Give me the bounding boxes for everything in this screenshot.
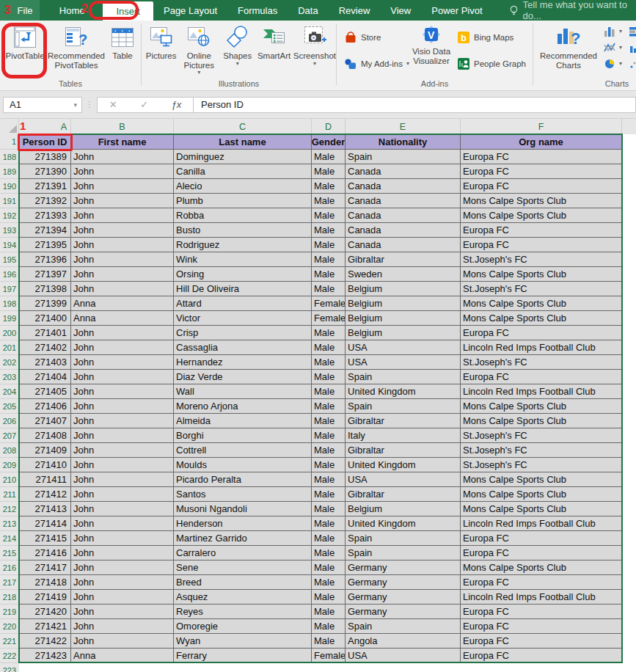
chevron-down-icon[interactable]: ▾ — [236, 61, 239, 67]
cell-last-name[interactable]: Asquez — [174, 590, 312, 605]
cell-person-id[interactable]: 271400 — [19, 311, 71, 326]
cell-person-id[interactable]: 271396 — [19, 252, 71, 267]
cell-nationality[interactable]: United Kingdom — [346, 516, 461, 531]
cell-org-name[interactable]: Mons Calpe Sports Club — [461, 267, 622, 282]
insert-combo-chart-button[interactable] — [629, 43, 636, 53]
cell-org-name[interactable]: Lincoln Red Imps Football Club — [461, 516, 622, 531]
cancel-icon[interactable]: ✕ — [109, 99, 117, 110]
row-header[interactable]: 206 — [0, 414, 19, 428]
insert-pie-chart-button[interactable]: ▾ — [604, 59, 622, 69]
row-header[interactable]: 188 — [0, 150, 19, 164]
cell-gender[interactable]: Male — [312, 590, 346, 605]
cell-first-name[interactable]: John — [71, 164, 174, 179]
cell-last-name[interactable]: Hernandez — [174, 355, 312, 370]
cell-nationality[interactable]: Belgium — [346, 502, 461, 516]
row-header[interactable]: 205 — [0, 399, 19, 414]
cell-org-name[interactable]: Europa FC — [461, 326, 622, 340]
select-all-corner[interactable] — [0, 119, 19, 134]
cell-gender[interactable]: Male — [312, 634, 346, 649]
cell-last-name[interactable]: Borghi — [174, 428, 312, 443]
cell-org-name[interactable]: St.Joseph's FC — [461, 252, 622, 267]
cell-last-name[interactable]: Plumb — [174, 194, 312, 208]
cell-last-name[interactable]: Wink — [174, 252, 312, 267]
cell-org-name[interactable]: Mons Calpe Sports Club — [461, 502, 622, 516]
cell-person-id[interactable]: 271393 — [19, 208, 71, 223]
cell-gender[interactable]: Male — [312, 560, 346, 575]
cell-nationality[interactable]: USA — [346, 472, 461, 487]
column-header-a[interactable]: A — [19, 119, 71, 134]
people-graph-button[interactable]: People Graph — [457, 57, 526, 70]
row-header-1[interactable]: 1 — [0, 134, 19, 150]
cell-first-name[interactable]: John — [71, 384, 174, 399]
cell-org-name[interactable]: St.Joseph's FC — [461, 282, 622, 296]
row-header[interactable]: 212 — [0, 502, 19, 516]
cell-gender[interactable]: Male — [312, 428, 346, 443]
cell-org-name[interactable]: Europa FC — [461, 531, 622, 546]
cell-first-name[interactable]: John — [71, 531, 174, 546]
header-cell-last-name[interactable]: Last name — [174, 134, 312, 150]
cell-last-name[interactable]: Wyan — [174, 634, 312, 649]
cell-last-name[interactable]: Carralero — [174, 546, 312, 560]
cell-nationality[interactable]: Belgium — [346, 282, 461, 296]
cell-nationality[interactable]: Germany — [346, 605, 461, 619]
row-header[interactable]: 217 — [0, 575, 19, 590]
cell-person-id[interactable]: 271395 — [19, 238, 71, 252]
cell-first-name[interactable]: John — [71, 546, 174, 560]
cell-person-id[interactable]: 271421 — [19, 619, 71, 634]
row-header[interactable]: 222 — [0, 649, 19, 663]
cell-gender[interactable]: Male — [312, 546, 346, 560]
cell-last-name[interactable]: Wall — [174, 384, 312, 399]
tab-home[interactable]: Home — [49, 0, 95, 21]
cell-last-name[interactable]: Hill De Oliveira — [174, 282, 312, 296]
cell-nationality[interactable]: Spain — [346, 619, 461, 634]
column-header-c[interactable]: C — [174, 119, 312, 134]
cell-org-name[interactable]: Europa FC — [461, 370, 622, 384]
cell-nationality[interactable]: Canada — [346, 179, 461, 194]
cell-org-name[interactable]: St.Joseph's FC — [461, 355, 622, 370]
cell-first-name[interactable]: John — [71, 575, 174, 590]
cell-nationality[interactable]: United Kingdom — [346, 458, 461, 472]
cell-nationality[interactable]: USA — [346, 649, 461, 663]
cell-gender[interactable]: Male — [312, 399, 346, 414]
cell-first-name[interactable]: John — [71, 150, 174, 164]
insert-scatter-chart-button[interactable] — [629, 59, 636, 69]
cell-person-id[interactable]: 271394 — [19, 223, 71, 238]
cell-last-name[interactable]: Breed — [174, 575, 312, 590]
row-header[interactable]: 195 — [0, 252, 19, 267]
cell-gender[interactable]: Male — [312, 340, 346, 355]
cell-first-name[interactable]: John — [71, 443, 174, 458]
cell-nationality[interactable]: Belgium — [346, 296, 461, 311]
chevron-down-icon[interactable]: ▾ — [313, 61, 316, 67]
cell-first-name[interactable]: John — [71, 252, 174, 267]
cell-person-id[interactable]: 271398 — [19, 282, 71, 296]
pictures-button[interactable]: Pictures — [145, 21, 178, 76]
cell-first-name[interactable]: John — [71, 267, 174, 282]
cell-last-name[interactable]: Canilla — [174, 164, 312, 179]
cell-last-name[interactable]: Omoregie — [174, 619, 312, 634]
tab-view[interactable]: View — [380, 0, 421, 21]
header-cell-org-name[interactable]: Org name — [461, 134, 622, 150]
cell-first-name[interactable]: John — [71, 370, 174, 384]
cell-org-name[interactable]: Europa FC — [461, 619, 622, 634]
row-header[interactable]: 209 — [0, 458, 19, 472]
cell-nationality[interactable]: Gibraltar — [346, 414, 461, 428]
cell-nationality[interactable]: USA — [346, 340, 461, 355]
cell-last-name[interactable]: Victor — [174, 311, 312, 326]
cell-person-id[interactable]: 271419 — [19, 590, 71, 605]
cell-first-name[interactable]: Anna — [71, 296, 174, 311]
row-header[interactable]: 221 — [0, 634, 19, 649]
row-header[interactable]: 214 — [0, 531, 19, 546]
cell-org-name[interactable]: Europa FC — [461, 546, 622, 560]
cell-first-name[interactable]: John — [71, 458, 174, 472]
cell-last-name[interactable]: Cottrell — [174, 443, 312, 458]
row-header[interactable]: 220 — [0, 619, 19, 634]
cell-person-id[interactable]: 271411 — [19, 472, 71, 487]
cell-last-name[interactable]: Rodriguez — [174, 238, 312, 252]
cell-org-name[interactable]: Mons Calpe Sports Club — [461, 194, 622, 208]
header-cell-person-id[interactable]: Person ID — [19, 134, 71, 150]
cell-nationality[interactable]: Gibraltar — [346, 443, 461, 458]
cell-first-name[interactable]: John — [71, 238, 174, 252]
cell-org-name[interactable]: Lincoln Red Imps Football Club — [461, 384, 622, 399]
insert-bar-chart-button[interactable] — [629, 26, 636, 37]
recommended-pivottables-button[interactable]: ? Recommended PivotTables — [49, 21, 103, 70]
